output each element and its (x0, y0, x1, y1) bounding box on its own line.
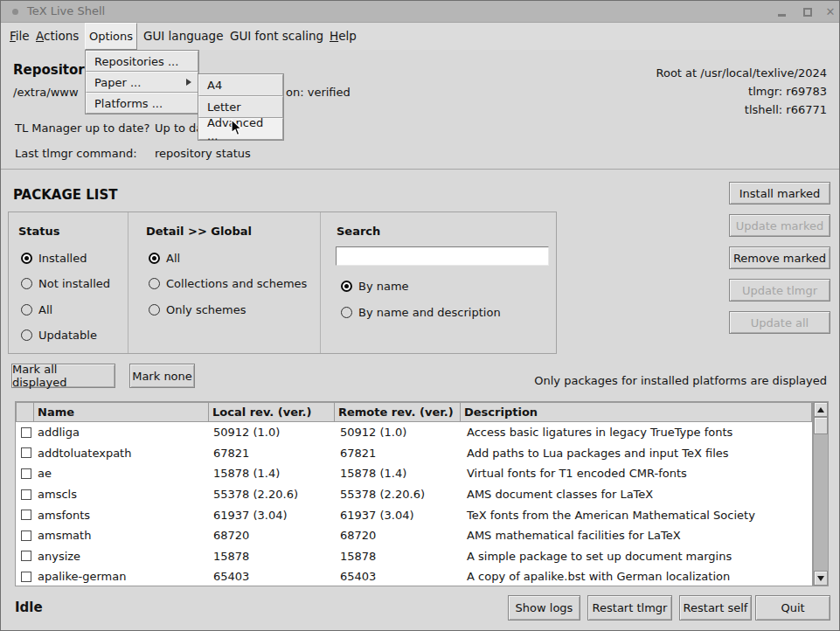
radio-icon (149, 278, 160, 289)
table-row-amscls[interactable]: amscls 55378 (2.20.6) 55378 (2.20.6) AMS… (16, 484, 812, 505)
menu-gui-language[interactable]: GUI language (143, 23, 223, 50)
column-description[interactable]: Description (460, 402, 812, 422)
radio-detail-collections[interactable]: Collections and schemes (149, 277, 307, 289)
radio-icon (21, 253, 32, 264)
update-marked-button: Update marked (729, 214, 830, 237)
cell-name: addliga (34, 426, 210, 439)
restart-self-button[interactable]: Restart self (679, 595, 752, 621)
radio-search-by-name-desc[interactable]: By name and description (341, 306, 501, 318)
table-row-amsfonts[interactable]: amsfonts 61937 (3.04) 61937 (3.04) TeX f… (16, 504, 812, 525)
radio-detail-only-schemes[interactable]: Only schemes (149, 303, 246, 316)
search-input[interactable] (336, 246, 549, 266)
quit-button[interactable]: Quit (755, 595, 830, 621)
menubar: File Actions Options GUI language GUI fo… (1, 23, 839, 50)
radio-icon (341, 307, 352, 318)
cell-name: anysize (34, 550, 210, 563)
table-row-ae[interactable]: ae 15878 (1.4) 15878 (1.4) Virtual fonts… (16, 463, 812, 484)
row-checkbox[interactable] (21, 447, 31, 458)
install-marked-button[interactable]: Install marked (729, 182, 830, 205)
close-button[interactable]: ✕ (820, 1, 840, 23)
menu-item-repositories[interactable]: Repositories ... (86, 51, 198, 72)
cell-desc: A copy of apalike.bst with German locali… (463, 570, 812, 583)
cell-local: 68720 (210, 529, 337, 542)
cell-local: 65403 (210, 570, 337, 583)
cell-local: 15878 (1.4) (210, 467, 337, 480)
mouse-cursor (231, 119, 242, 136)
scrollbar-thumb[interactable] (814, 417, 828, 434)
section-divider (1, 169, 840, 170)
cell-name: amscls (34, 488, 210, 501)
submenu-item-a4[interactable]: A4 (198, 74, 283, 96)
row-checkbox[interactable] (21, 510, 31, 520)
table-row-addliga[interactable]: addliga 50912 (1.0) 50912 (1.0) Access b… (16, 422, 812, 443)
restart-tlmgr-button[interactable]: Restart tlmgr (587, 595, 672, 621)
window-title: TeX Live Shell (27, 4, 105, 17)
menu-item-platforms[interactable]: Platforms ... (86, 93, 198, 114)
radio-detail-all[interactable]: All (149, 252, 180, 264)
cell-name: addtoluatexpath (34, 447, 210, 460)
status-group-title: Status (18, 225, 60, 238)
radio-status-installed[interactable]: Installed (21, 252, 87, 264)
vertical-scrollbar[interactable] (813, 401, 829, 586)
cell-remote: 67821 (337, 447, 463, 460)
menu-gui-font-scaling[interactable]: GUI font scaling (230, 23, 323, 50)
table-row-anysize[interactable]: anysize 15878 15878 A simple package to … (16, 546, 812, 567)
mark-none-button[interactable]: Mark none (129, 364, 195, 388)
repository-heading: Repository (13, 62, 94, 78)
update-all-button: Update all (729, 311, 830, 334)
menu-options[interactable]: Options (85, 23, 137, 50)
scroll-down-button[interactable] (814, 571, 828, 586)
remove-marked-button[interactable]: Remove marked (729, 246, 830, 269)
submenu-item-letter[interactable]: Letter (198, 96, 283, 118)
cell-remote: 55378 (2.20.6) (337, 488, 463, 501)
column-local-rev[interactable]: Local rev. (ver.) (208, 402, 335, 422)
submenu-arrow-icon (186, 79, 191, 86)
app-icon (12, 9, 18, 15)
radio-status-updatable[interactable]: Updatable (21, 329, 97, 341)
frame-separator-1 (128, 212, 128, 353)
status-text: Idle (15, 600, 43, 615)
radio-icon (149, 304, 160, 316)
cell-desc: Add paths to Lua packages and input TeX … (463, 447, 812, 460)
cell-local: 50912 (1.0) (210, 426, 337, 439)
cell-remote: 15878 (1.4) (337, 467, 463, 480)
arrow-down-icon (817, 576, 824, 581)
column-remote-rev[interactable]: Remote rev. (ver.) (334, 402, 461, 422)
menu-file[interactable]: File (10, 23, 30, 50)
menu-actions[interactable]: Actions (36, 23, 79, 50)
cell-desc: AMS document classes for LaTeX (463, 488, 812, 501)
menu-help[interactable]: Help (330, 23, 357, 50)
table-content: Name Local rev. (ver.) Remote rev. (ver.… (15, 401, 813, 586)
row-checkbox[interactable] (21, 427, 31, 438)
menu-item-paper[interactable]: Paper ... (86, 72, 198, 93)
cell-name: amsfonts (34, 509, 210, 522)
cell-name: apalike-german (34, 570, 210, 583)
options-dropdown-menu: Repositories ... Paper ... Platforms ... (85, 50, 199, 114)
cell-desc: Access basic ligatures in legacy TrueTyp… (463, 426, 812, 439)
maximize-button[interactable] (797, 1, 818, 23)
update-tlmgr-button: Update tlmgr (729, 279, 830, 302)
row-checkbox[interactable] (21, 489, 31, 500)
table-row-addtoluatexpath[interactable]: addtoluatexpath 67821 67821 Add paths to… (16, 443, 812, 464)
show-logs-button[interactable]: Show logs (508, 595, 580, 621)
last-command-value: repository status (155, 147, 251, 160)
minimize-button[interactable] (771, 1, 792, 23)
radio-status-not-installed[interactable]: Not installed (21, 277, 110, 289)
scroll-up-button[interactable] (814, 402, 828, 417)
cell-remote: 68720 (337, 529, 463, 542)
row-checkbox[interactable] (21, 551, 31, 561)
row-checkbox[interactable] (21, 530, 31, 541)
tlshell-revision: tlshell: r66771 (745, 103, 827, 116)
last-command-label: Last tlmgr command: (15, 147, 137, 160)
table-row-apalike-german[interactable]: apalike-german 65403 65403 A copy of apa… (16, 566, 812, 586)
radio-search-by-name[interactable]: By name (341, 280, 409, 292)
radio-status-all[interactable]: All (21, 303, 52, 316)
row-checkbox[interactable] (21, 468, 31, 479)
table-row-amsmath[interactable]: amsmath 68720 68720 AMS mathematical fac… (16, 525, 812, 546)
column-name[interactable]: Name (33, 402, 209, 422)
minimize-icon (778, 14, 786, 17)
column-checkbox[interactable] (16, 402, 34, 422)
row-checkbox[interactable] (21, 572, 31, 582)
mark-all-displayed-button[interactable]: Mark all displayed (11, 364, 115, 388)
table-header: Name Local rev. (ver.) Remote rev. (ver.… (16, 402, 812, 422)
